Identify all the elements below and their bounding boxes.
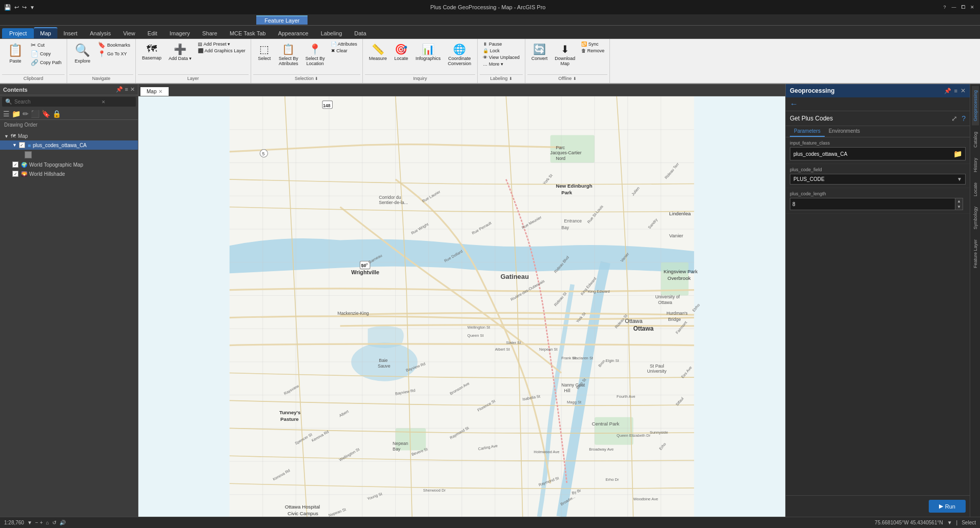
more-icon[interactable]: ▼ [30,5,35,10]
tab-data[interactable]: Data [348,28,372,38]
geo-back-icon[interactable]: ← [790,99,798,109]
search-clear-icon[interactable]: ✕ [101,99,106,105]
edit-icon[interactable]: ✏ [23,110,29,118]
copy-path-button[interactable]: 🔗 Copy Path [29,58,64,67]
go-to-xy-button[interactable]: 📍 Go To XY [96,50,132,58]
select-by-attributes-button[interactable]: 📋 Select ByAttributes [276,41,301,69]
geo-expand-icon[interactable]: ⤢ [951,114,957,123]
world-hillshade-checkbox[interactable] [12,171,18,177]
geo-pin-icon[interactable]: 📌 [944,88,951,94]
remove-button[interactable]: 🗑 Remove [579,48,606,54]
right-tab-symbology[interactable]: Symbology [972,202,979,234]
copy-button[interactable]: 📄 Copy [29,50,64,58]
geo-tab-environments[interactable]: Environments [825,126,864,137]
audio-btn[interactable]: 🔊 [59,520,66,525]
undo-icon[interactable]: ↩ [14,4,19,11]
plus-code-length-input[interactable] [790,198,955,210]
locate-button[interactable]: 🎯 Locate [391,41,412,64]
filter-icon[interactable]: ⬛ [31,110,39,118]
tab-insert[interactable]: Insert [57,28,84,38]
lock-button[interactable]: 🔒 Lock [481,48,521,54]
contents-menu-icon[interactable]: ≡ [125,86,128,93]
maximize-btn[interactable]: ⧠ [959,4,967,11]
download-map-button[interactable]: ⬇ DownloadMap [552,41,578,69]
tab-analysis[interactable]: Analysis [84,28,117,38]
redo-icon[interactable]: ↪ [22,4,27,11]
spin-down-btn[interactable]: ▼ [955,204,963,210]
spin-up-btn[interactable]: ▲ [955,198,963,204]
add-graphics-layer-button[interactable]: ⬛ Add Graphics Layer [196,48,248,54]
home-btn[interactable]: ⌂ [46,520,49,525]
geo-tab-parameters[interactable]: Parameters [790,126,825,137]
bookmarks-button[interactable]: 🔖 Bookmarks [96,41,132,49]
select-by-location-button[interactable]: 📍 Select ByLocation [302,41,328,69]
geo-help-icon[interactable]: ? [962,114,966,123]
minimize-btn[interactable]: — [950,4,957,11]
map-tab-main[interactable]: Map ✕ [140,87,169,96]
run-button[interactable]: ▶ Run [929,500,966,513]
tab-appearance[interactable]: Appearance [272,28,314,38]
basemap-button[interactable]: 🗺 Basemap [139,41,165,63]
cut-button[interactable]: ✂ Cut [29,41,64,49]
feature-layer-tab[interactable]: Feature Layer [256,15,308,25]
scale-dropdown[interactable]: ▼ [27,520,32,525]
world-topo-checkbox[interactable] [12,161,18,168]
tab-share[interactable]: Share [196,28,223,38]
pause-button[interactable]: ⏸ Pause [481,41,521,47]
dropdown-arrow[interactable]: ▼ [957,176,962,182]
sync-button[interactable]: 🔁 Sync [579,41,606,47]
plus-codes-checkbox[interactable] [19,142,25,148]
tab-labeling[interactable]: Labeling [315,28,349,38]
attributes-button[interactable]: 📄 Attributes [329,41,359,47]
list-by-drawing-order-icon[interactable]: ☰ [3,110,10,118]
layer-item-world-topo[interactable]: 🌍 World Topographic Map [0,160,138,169]
clear-button[interactable]: ✖ Clear [329,48,359,54]
svg-text:Albert St: Albert St [495,347,511,352]
add-preset-button[interactable]: ▤ Add Preset ▾ [196,41,248,47]
folder-icon[interactable]: 📁 [953,150,962,158]
infographics-button[interactable]: 📊 Infographics [413,41,444,64]
map-tabs: Map ✕ [138,84,785,96]
close-btn[interactable]: ✕ [969,4,976,11]
zoom-in-btn[interactable]: + [40,520,43,525]
coord-dropdown[interactable]: ▼ [947,520,952,525]
measure-button[interactable]: 📏 Measure [366,41,390,64]
tab-imagery[interactable]: Imagery [164,28,196,38]
view-unplaced-button[interactable]: 👁 View Unplaced [481,54,521,60]
tab-edit[interactable]: Edit [141,28,164,38]
right-tab-geoprocessing[interactable]: Geoprocessing [972,86,979,126]
tab-map[interactable]: Map [34,27,57,38]
map-view[interactable]: Parc Jacques-Cartier Nord New Edinburgh … [138,96,785,517]
help-btn[interactable]: ? [941,4,948,11]
geo-close-icon[interactable]: ✕ [961,87,966,94]
lock-layer-icon[interactable]: 🔒 [52,110,61,118]
bookmark-icon[interactable]: 🔖 [42,110,50,118]
tab-project[interactable]: Project [2,28,34,38]
layer-item-map[interactable]: ▼ 🗺 Map [0,132,138,140]
explore-button[interactable]: 🔍 Explore [70,41,95,66]
right-tab-feature-layer[interactable]: Feature Layer [972,235,979,272]
contents-pin-icon[interactable]: 📌 [116,86,123,93]
tab-mce[interactable]: MCE Task Tab [223,28,272,38]
zoom-out-btn[interactable]: − [35,520,38,525]
rotate-btn[interactable]: ↺ [52,520,56,525]
list-by-source-icon[interactable]: 📁 [12,110,21,118]
convert-button[interactable]: 🔄 Convert [528,41,551,64]
layer-item-plus-codes[interactable]: ▼ ■ plus_codes_ottawa_CA [0,140,138,150]
coordinate-conversion-button[interactable]: 🌐 CoordinateConversion [445,41,475,69]
tab-view[interactable]: View [117,28,141,38]
geoprocessing-panel: Geoprocessing 📌 ≡ ✕ ← Get Plus Codes ⤢ ?… [785,84,970,517]
contents-close-icon[interactable]: ✕ [130,86,135,93]
geo-menu-icon[interactable]: ≡ [954,88,957,94]
more-labeling-button[interactable]: … More ▾ [481,61,521,67]
paste-button[interactable]: 📋 Paste [3,41,28,66]
save-icon[interactable]: 💾 [4,4,11,11]
map-tab-close[interactable]: ✕ [158,89,162,94]
select-button[interactable]: ⬚ Select [254,41,275,64]
layer-item-world-hillshade[interactable]: 🌄 World Hillshade [0,169,138,178]
right-tab-catalog[interactable]: Catalog [972,128,979,152]
search-input[interactable] [14,99,101,105]
right-tab-history[interactable]: History [972,154,979,176]
add-data-button[interactable]: ➕ Add Data ▾ [166,41,195,64]
right-tab-locate[interactable]: Locate [972,178,979,200]
